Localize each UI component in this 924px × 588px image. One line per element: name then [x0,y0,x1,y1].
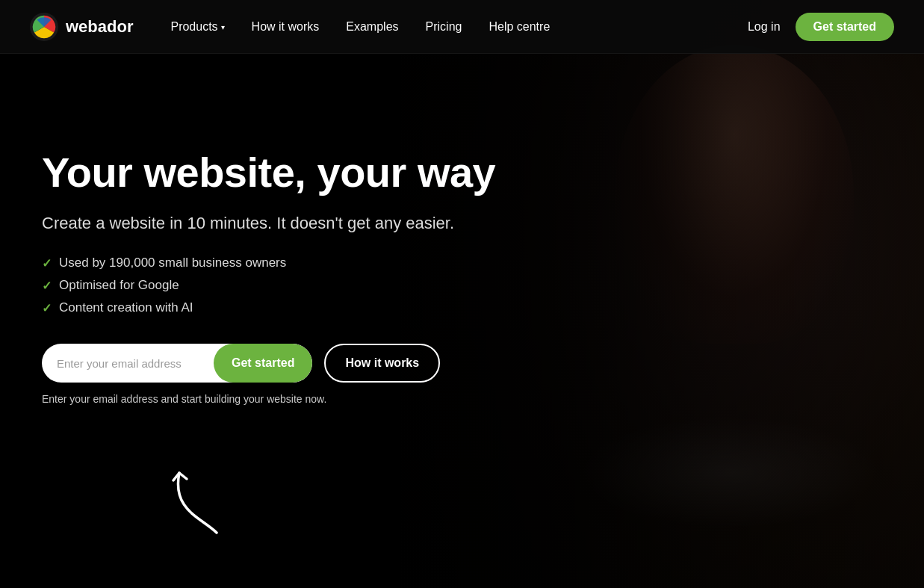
get-started-nav-button[interactable]: Get started [796,13,894,41]
chevron-down-icon: ▾ [221,23,225,31]
feature-item: ✓ Content creation with AI [42,300,495,315]
arrow-container [149,458,239,543]
hero-features-list: ✓ Used by 190,000 small business owners … [42,256,495,315]
nav-link-pricing[interactable]: Pricing [426,20,462,34]
hero-content: Your website, your way Create a website … [42,149,495,405]
cta-row: Get started How it works [42,344,495,383]
feature-item: ✓ Used by 190,000 small business owners [42,256,495,270]
nav-links: Products ▾ How it works Examples Pricing… [170,20,747,34]
nav-right: Log in Get started [748,13,894,41]
logo-icon [30,13,58,41]
nav-link-help-centre[interactable]: Help centre [489,20,550,34]
nav-link-how-it-works[interactable]: How it works [252,20,320,34]
cta-hint: Enter your email address and start build… [42,393,495,405]
login-link[interactable]: Log in [748,20,781,34]
email-form: Get started [42,344,312,383]
check-icon: ✓ [42,256,52,270]
curved-arrow-icon [149,458,239,540]
check-icon: ✓ [42,301,52,315]
brand-name: webador [66,17,133,37]
email-input[interactable] [42,357,214,370]
logo-link[interactable]: webador [30,13,133,41]
hero-subtitle: Create a website in 10 minutes. It doesn… [42,212,495,235]
nav-link-products[interactable]: Products ▾ [170,20,224,34]
hero-section: webador Products ▾ How it works Examples… [0,0,924,588]
feature-item: ✓ Optimised for Google [42,278,495,293]
how-it-works-button[interactable]: How it works [324,344,440,383]
check-icon: ✓ [42,279,52,293]
get-started-button[interactable]: Get started [214,344,312,383]
hero-title: Your website, your way [42,149,495,196]
nav-link-examples[interactable]: Examples [346,20,398,34]
navbar: webador Products ▾ How it works Examples… [0,0,924,54]
